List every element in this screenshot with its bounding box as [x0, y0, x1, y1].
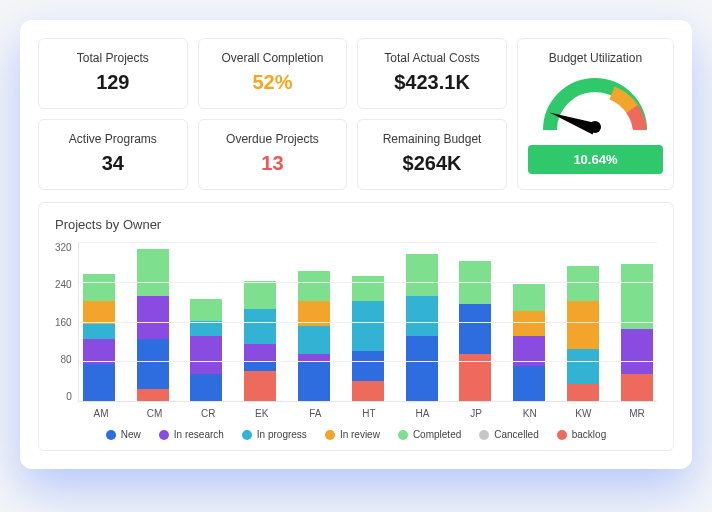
kpi-value: $264K [368, 152, 496, 175]
kpi-label: Active Programs [49, 132, 177, 146]
legend-label: In review [340, 429, 380, 440]
legend-item-new[interactable]: New [106, 429, 141, 440]
y-tick: 240 [55, 279, 72, 290]
bar-KN[interactable] [513, 284, 545, 402]
segment-in-research [244, 344, 276, 362]
legend-label: Completed [413, 429, 461, 440]
segment-completed [244, 281, 276, 309]
y-axis: 320240160800 [55, 242, 78, 402]
kpi-label: Remaining Budget [368, 132, 496, 146]
kpi-total-actual-costs: Total Actual Costs $423.1K [357, 38, 507, 109]
segment-in-review [298, 301, 330, 326]
kpi-overdue-projects: Overdue Projects 13 [198, 119, 348, 190]
segment-completed [567, 266, 599, 301]
kpi-label: Overall Completion [209, 51, 337, 65]
legend: NewIn researchIn progressIn reviewComple… [55, 429, 657, 440]
x-tick: MR [621, 408, 653, 419]
segment-new [513, 366, 545, 401]
legend-label: New [121, 429, 141, 440]
y-tick: 160 [55, 317, 72, 328]
swatch-icon [242, 430, 252, 440]
bar-AM[interactable] [83, 274, 115, 402]
segment-in-progress [244, 309, 276, 344]
segment-backlog [459, 354, 491, 402]
x-tick: AM [85, 408, 117, 419]
segment-in-progress [83, 324, 115, 339]
kpi-label: Budget Utilization [549, 51, 642, 65]
segment-backlog [244, 371, 276, 401]
bar-JP[interactable] [459, 261, 491, 401]
segment-backlog [137, 389, 169, 402]
segment-new [137, 339, 169, 389]
swatch-icon [159, 430, 169, 440]
segment-new [352, 351, 384, 381]
kpi-value: 52% [209, 71, 337, 94]
segment-backlog [567, 384, 599, 402]
bar-KW[interactable] [567, 266, 599, 401]
kpi-label: Overdue Projects [209, 132, 337, 146]
chart-title: Projects by Owner [55, 217, 657, 232]
legend-item-completed[interactable]: Completed [398, 429, 461, 440]
segment-in-progress [567, 349, 599, 384]
segment-in-progress [190, 321, 222, 336]
segment-completed [298, 271, 330, 301]
kpi-label: Total Actual Costs [368, 51, 496, 65]
x-tick: KN [514, 408, 546, 419]
segment-backlog [352, 381, 384, 401]
kpi-remaining-budget: Remaining Budget $264K [357, 119, 507, 190]
swatch-icon [325, 430, 335, 440]
chart-area: 320240160800 [55, 242, 657, 402]
kpi-overall-completion: Overall Completion 52% [198, 38, 348, 109]
segment-new [406, 336, 438, 401]
segment-in-research [621, 329, 653, 374]
gauge [540, 75, 650, 135]
segment-new [190, 374, 222, 402]
bar-EK[interactable] [244, 281, 276, 401]
y-tick: 0 [55, 391, 72, 402]
legend-item-backlog[interactable]: backlog [557, 429, 606, 440]
swatch-icon [479, 430, 489, 440]
segment-in-research [190, 336, 222, 374]
legend-label: Cancelled [494, 429, 538, 440]
swatch-icon [106, 430, 116, 440]
bar-MR[interactable] [621, 264, 653, 402]
bar-FA[interactable] [298, 271, 330, 401]
x-axis: AMCMCREKFAHTHAJPKNKWMR [81, 402, 657, 419]
segment-completed [137, 249, 169, 297]
segment-in-research [513, 336, 545, 366]
legend-label: In progress [257, 429, 307, 440]
segment-completed [459, 261, 491, 304]
kpi-value: 13 [209, 152, 337, 175]
segment-in-progress [352, 301, 384, 351]
x-tick: HT [353, 408, 385, 419]
bar-HA[interactable] [406, 254, 438, 402]
segment-new [298, 361, 330, 401]
segment-completed [406, 254, 438, 297]
kpi-active-programs: Active Programs 34 [38, 119, 188, 190]
kpi-total-projects: Total Projects 129 [38, 38, 188, 109]
bar-CM[interactable] [137, 249, 169, 402]
legend-label: In research [174, 429, 224, 440]
segment-new [244, 361, 276, 371]
y-tick: 80 [55, 354, 72, 365]
segment-in-research [83, 339, 115, 364]
dashboard: Total Projects 129 Overall Completion 52… [20, 20, 692, 469]
legend-label: backlog [572, 429, 606, 440]
x-tick: CM [139, 408, 171, 419]
x-tick: HA [407, 408, 439, 419]
legend-item-in-progress[interactable]: In progress [242, 429, 307, 440]
bar-HT[interactable] [352, 276, 384, 401]
legend-item-in-research[interactable]: In research [159, 429, 224, 440]
segment-completed [190, 299, 222, 322]
bar-CR[interactable] [190, 299, 222, 402]
kpi-budget-utilization: Budget Utilization 10.64% [517, 38, 674, 190]
bars [78, 242, 657, 402]
segment-new [459, 304, 491, 354]
legend-item-cancelled[interactable]: Cancelled [479, 429, 538, 440]
kpi-grid: Total Projects 129 Overall Completion 52… [38, 38, 674, 190]
segment-in-review [83, 301, 115, 324]
swatch-icon [398, 430, 408, 440]
segment-completed [83, 274, 115, 302]
legend-item-in-review[interactable]: In review [325, 429, 380, 440]
segment-new [83, 364, 115, 402]
